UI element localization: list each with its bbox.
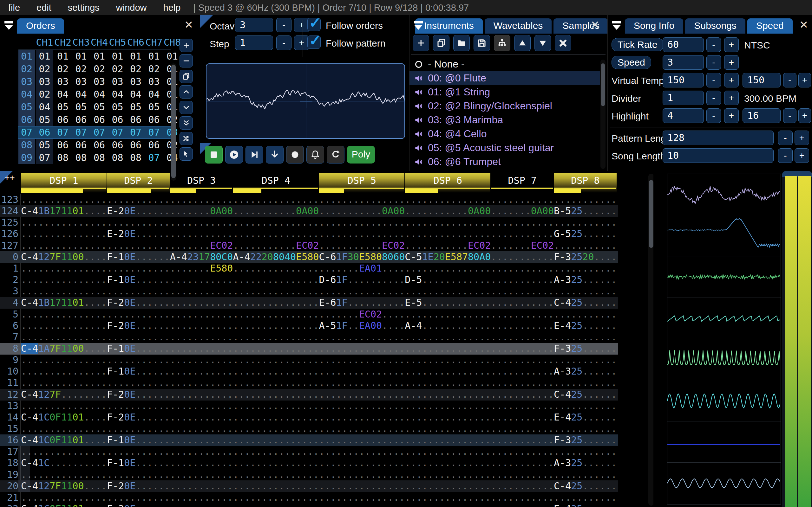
highlight-plus-button-2[interactable]: + bbox=[798, 108, 811, 123]
pattern-cell[interactable]: ........... bbox=[491, 481, 554, 492]
orders-cell[interactable]: 05 bbox=[72, 101, 90, 113]
pattern-cell[interactable]: ........... bbox=[491, 308, 554, 320]
pattern-cell[interactable]: ............... bbox=[319, 354, 405, 366]
pattern-cell[interactable]: ........... bbox=[107, 446, 170, 457]
pattern-cell[interactable]: A-422208040E580 bbox=[233, 251, 319, 263]
pattern-cell[interactable]: ........... bbox=[170, 469, 233, 481]
pattern-cell[interactable]: C-41C0F1101.... bbox=[21, 503, 107, 507]
instrument-item[interactable]: 05: @5 Acoustic steel guitar bbox=[409, 141, 600, 155]
song-length-input[interactable]: 10 bbox=[663, 148, 774, 163]
pattern-cell[interactable]: ............... bbox=[405, 331, 491, 343]
pattern-row[interactable]: 15......................................… bbox=[0, 423, 618, 435]
pattern-cell[interactable]: ............... bbox=[319, 285, 405, 297]
orders-row-index[interactable]: 04 bbox=[18, 88, 35, 101]
poly-button[interactable]: Poly bbox=[347, 146, 375, 164]
pattern-cell[interactable]: ............... bbox=[21, 285, 107, 297]
orders-cell[interactable]: 02 bbox=[90, 63, 108, 75]
transport-metronome-button[interactable] bbox=[306, 146, 324, 164]
orders-chevrons-down-button[interactable] bbox=[180, 116, 193, 130]
pattern-cell[interactable]: ............... bbox=[233, 503, 319, 507]
pattern-cell[interactable]: ............... bbox=[405, 228, 491, 239]
pattern-cell[interactable]: C-41C0F1101.... bbox=[21, 435, 107, 446]
virtual-tempo-minus-button-2[interactable]: - bbox=[783, 73, 797, 88]
pattern-cell[interactable]: ............... bbox=[319, 400, 405, 412]
tick-rate-minus-button[interactable]: - bbox=[706, 38, 721, 52]
pattern-cell[interactable]: ........... bbox=[491, 320, 554, 331]
orders-cell[interactable]: 02 bbox=[72, 63, 90, 75]
transport-play-from-cursor-button[interactable] bbox=[246, 146, 263, 164]
pattern-cell[interactable]: F-20E...... bbox=[107, 412, 170, 423]
pattern-cell[interactable]: A-4............ bbox=[405, 320, 491, 331]
pattern-cell[interactable]: ........... bbox=[107, 400, 170, 412]
pattern-cell[interactable]: ............... bbox=[405, 343, 491, 354]
virtual-tempo-plus-button-2[interactable]: + bbox=[798, 73, 811, 88]
pattern-cell[interactable]: C-425...... bbox=[554, 481, 617, 492]
orders-cell[interactable]: 07 bbox=[72, 126, 90, 139]
pattern-cell[interactable]: ............... bbox=[405, 285, 491, 297]
pattern-cell[interactable]: ........... bbox=[170, 354, 233, 366]
pattern-cell[interactable]: ............... bbox=[233, 320, 319, 331]
virtual-tempo-minus-button[interactable]: - bbox=[706, 73, 721, 88]
pattern-cell[interactable]: C-4127F1100.... bbox=[21, 251, 107, 263]
pattern-row[interactable]: 2...............F-10E...................… bbox=[0, 274, 618, 286]
pattern-cell[interactable]: F-10E...... bbox=[107, 435, 170, 446]
pattern-cell[interactable]: ............... bbox=[21, 446, 107, 457]
transport-step-row-button[interactable] bbox=[266, 146, 284, 164]
pattern-cell[interactable]: ........... bbox=[491, 217, 554, 228]
pattern-row[interactable]: 125.....................................… bbox=[0, 217, 618, 228]
orders-cell[interactable]: 07 bbox=[145, 126, 163, 139]
tab-instruments[interactable]: Instruments bbox=[415, 18, 483, 34]
orders-cell[interactable]: 04 bbox=[127, 88, 145, 101]
pattern-cell[interactable]: ............... bbox=[233, 366, 319, 377]
instruments-plus-button[interactable] bbox=[413, 35, 429, 51]
orders-row-index[interactable]: 08 bbox=[18, 139, 35, 152]
pattern-cell[interactable]: ........... bbox=[107, 285, 170, 297]
orders-cell[interactable]: 02 bbox=[127, 63, 145, 75]
orders-cell[interactable]: 06 bbox=[90, 113, 108, 126]
pattern-cell[interactable]: ............... bbox=[405, 308, 491, 320]
step-plus-button[interactable]: + bbox=[294, 36, 309, 50]
pattern-cell[interactable]: ........... bbox=[554, 194, 617, 205]
orders-cell[interactable]: 07 bbox=[108, 126, 126, 139]
pattern-cell[interactable]: ........... bbox=[491, 285, 554, 297]
pattern-cell[interactable]: G-525...... bbox=[554, 228, 617, 239]
pattern-cell[interactable]: ............... bbox=[233, 423, 319, 435]
orders-cell[interactable]: 06 bbox=[145, 113, 163, 126]
orders-cell[interactable]: 06 bbox=[72, 113, 90, 126]
menu-help[interactable]: help bbox=[155, 0, 189, 15]
pattern-cell[interactable]: ........... bbox=[491, 400, 554, 412]
pattern-cell[interactable]: ............... bbox=[233, 228, 319, 239]
pattern-cell[interactable]: ........... bbox=[107, 217, 170, 228]
pattern-cell[interactable]: ...........EC02 bbox=[233, 240, 319, 251]
pattern-cell[interactable]: .......EC02.... bbox=[319, 308, 405, 320]
pattern-cell[interactable]: ........... bbox=[554, 263, 617, 274]
pattern-cell[interactable]: ............... bbox=[319, 389, 405, 400]
pattern-cell[interactable]: ............... bbox=[319, 423, 405, 435]
pattern-cell[interactable]: .......EC02 bbox=[170, 240, 233, 251]
orders-row-index[interactable]: 05 bbox=[18, 101, 35, 113]
orders-cell[interactable]: 01 bbox=[54, 50, 72, 63]
orders-chevron-down-button[interactable] bbox=[180, 101, 193, 114]
menu-settings[interactable]: settings bbox=[60, 0, 108, 15]
pattern-cell[interactable]: ........... bbox=[491, 457, 554, 469]
orders-cell[interactable]: 03 bbox=[127, 75, 145, 88]
pattern-cell[interactable]: ........... bbox=[170, 217, 233, 228]
orders-cell[interactable]: 08 bbox=[127, 152, 145, 164]
pattern-cell[interactable]: ........... bbox=[554, 492, 617, 503]
pattern-cell[interactable]: ........... bbox=[170, 503, 233, 507]
pattern-cell[interactable]: ............... bbox=[319, 446, 405, 457]
instruments-floppy-button[interactable] bbox=[473, 35, 490, 51]
pattern-cell[interactable]: F-10E...... bbox=[107, 343, 170, 354]
channel-header-dsp-1[interactable]: DSP 1 bbox=[21, 173, 107, 193]
instrument-item[interactable]: 02: @2 Blingy/Glockenspiel bbox=[409, 99, 600, 113]
pattern-cell[interactable]: ........... bbox=[170, 308, 233, 320]
pattern-cell[interactable]: ............... bbox=[319, 412, 405, 423]
channel-header-dsp-2[interactable]: DSP 2 bbox=[107, 173, 170, 193]
pattern-cell[interactable]: ........... bbox=[170, 435, 233, 446]
pattern-cell[interactable]: ........... bbox=[491, 251, 554, 263]
pattern-cell[interactable]: F-10E...... bbox=[107, 457, 170, 469]
orders-plus-button[interactable] bbox=[180, 39, 193, 52]
pattern-cell[interactable]: ........... bbox=[491, 366, 554, 377]
pattern-row[interactable]: 7.......................................… bbox=[0, 331, 618, 343]
pattern-cell[interactable]: ............... bbox=[233, 331, 319, 343]
